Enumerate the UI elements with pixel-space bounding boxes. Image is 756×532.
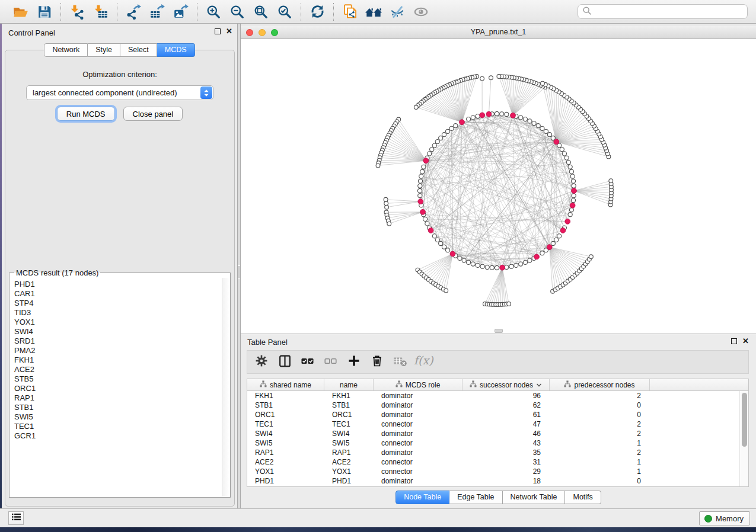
table-cell: 2 <box>550 419 650 429</box>
export-network-button[interactable] <box>124 3 143 21</box>
tab-motifs[interactable]: Motifs <box>565 491 601 504</box>
search-input[interactable] <box>595 7 743 16</box>
import-table-button[interactable] <box>91 3 110 21</box>
add-column-icon <box>347 354 361 370</box>
export-image-button[interactable] <box>171 3 190 21</box>
open-file-button[interactable] <box>11 3 30 21</box>
show-all-button[interactable] <box>412 3 430 21</box>
mcds-result-item[interactable]: STP4 <box>14 299 221 308</box>
list-icon <box>11 512 21 524</box>
table-row[interactable]: RAP1RAP1dominator352 <box>247 448 739 457</box>
mcds-result-item[interactable]: GCR1 <box>14 431 221 441</box>
table-cell: SWI4 <box>247 429 324 438</box>
first-neighbors-button[interactable] <box>364 3 383 21</box>
column-header-successor-nodes[interactable]: successor nodes <box>462 379 550 390</box>
network-window-titlebar[interactable]: YPA_prune.txt_1 <box>241 26 756 39</box>
delete-column-button[interactable] <box>368 352 387 371</box>
close-table-panel-icon[interactable]: ✕ <box>742 338 749 345</box>
mcds-result-item[interactable]: SRD1 <box>14 336 221 346</box>
mcds-result-item[interactable]: TID3 <box>14 308 221 318</box>
mcds-result-item[interactable]: SWI4 <box>14 327 221 336</box>
column-header-name[interactable]: name <box>324 379 374 390</box>
tab-select[interactable]: Select <box>120 43 157 57</box>
run-mcds-button[interactable]: Run MCDS <box>57 107 115 121</box>
column-header-predecessor-nodes[interactable]: predecessor nodes <box>550 379 650 390</box>
column-header-MCDS-role[interactable]: MCDS role <box>374 379 462 390</box>
table-row[interactable]: SWI4SWI4dominator462 <box>247 429 739 438</box>
table-cell: STB1 <box>324 400 374 410</box>
table-row[interactable]: STB1STB1dominator620 <box>247 400 739 410</box>
save-session-icon <box>37 4 52 20</box>
mcds-result-item[interactable]: TEC1 <box>14 422 221 431</box>
mcds-result-item[interactable]: PHD1 <box>14 280 221 289</box>
minimize-window-icon[interactable] <box>259 29 266 36</box>
task-history-button[interactable] <box>8 511 24 525</box>
tab-network-table[interactable]: Network Table <box>503 491 566 504</box>
mcds-result-item[interactable]: CAR1 <box>14 289 221 299</box>
mcds-result-group: MCDS result (17 nodes) PHD1CAR1STP4TID3Y… <box>9 268 231 498</box>
memory-button[interactable]: Memory <box>699 511 750 525</box>
zoom-out-button[interactable] <box>228 3 247 21</box>
table-cell: ACE2 <box>324 457 374 467</box>
mcds-result-item[interactable]: ORC1 <box>14 384 221 393</box>
duplicate-network-button[interactable] <box>340 3 359 21</box>
table-row[interactable]: TEC1TEC1connector472 <box>247 419 739 429</box>
zoom-fit-button[interactable] <box>251 3 270 21</box>
zoom-in-button[interactable] <box>204 3 223 21</box>
table-row[interactable]: YOX1YOX1connector291 <box>247 467 739 476</box>
tab-node-table[interactable]: Node Table <box>395 491 449 504</box>
mcds-result-item[interactable]: PMA2 <box>14 346 221 355</box>
mcds-result-item[interactable]: YOX1 <box>14 318 221 327</box>
close-panel-button[interactable]: Close panel <box>123 107 183 121</box>
hide-selected-button[interactable] <box>388 3 407 21</box>
tab-mcds[interactable]: MCDS <box>157 43 195 57</box>
network-canvas[interactable] <box>241 39 756 334</box>
mcds-result-item[interactable]: ACE2 <box>14 365 221 374</box>
mcds-result-item[interactable]: FKH1 <box>14 355 221 365</box>
select-all-button[interactable] <box>298 352 317 371</box>
table-row[interactable]: ORC1ORC1dominator610 <box>247 410 739 419</box>
float-table-panel-icon[interactable] <box>731 338 737 344</box>
duplicate-network-icon <box>342 4 358 20</box>
table-cell: 46 <box>462 429 550 438</box>
column-header-shared-name[interactable]: shared name <box>247 379 324 390</box>
columns-button[interactable] <box>275 352 294 371</box>
network-window: YPA_prune.txt_1 <box>241 24 756 334</box>
maximize-window-icon[interactable] <box>271 29 278 36</box>
zoom-selected-button[interactable] <box>275 3 294 21</box>
deselect-all-button[interactable] <box>321 352 340 371</box>
tree-icon <box>564 380 571 389</box>
splitter-grip[interactable] <box>238 265 240 278</box>
close-panel-icon[interactable]: ✕ <box>226 28 232 35</box>
tab-network[interactable]: Network <box>44 43 88 57</box>
table-scrollbar-thumb[interactable] <box>742 393 747 447</box>
optimization-criterion-select[interactable]: largest connected component (undirected) <box>26 85 213 100</box>
add-column-button[interactable] <box>344 352 363 371</box>
table-row[interactable]: ACE2ACE2connector311 <box>247 457 739 467</box>
tab-edge-table[interactable]: Edge Table <box>449 491 502 504</box>
save-session-button[interactable] <box>35 3 54 21</box>
table-scrollbar[interactable] <box>739 391 748 486</box>
mcds-result-item[interactable]: STB5 <box>14 374 221 384</box>
table-cell: 0 <box>550 410 650 419</box>
export-table-button[interactable] <box>148 3 167 21</box>
table-row[interactable]: FKH1FKH1dominator962 <box>247 391 739 400</box>
mcds-list-scrollbar[interactable] <box>222 278 229 496</box>
table-row[interactable]: PHD1PHD1dominator180 <box>247 476 739 486</box>
import-network-button[interactable] <box>68 3 87 21</box>
mcds-result-item[interactable]: SWI5 <box>14 412 221 422</box>
tab-style[interactable]: Style <box>88 43 120 57</box>
refresh-button[interactable] <box>308 3 327 21</box>
export-table-icon <box>149 4 165 20</box>
search-field[interactable] <box>578 4 748 19</box>
gear-button[interactable] <box>252 352 271 371</box>
table-cell: 96 <box>462 391 550 400</box>
float-panel-icon[interactable] <box>215 28 221 34</box>
mcds-result-item[interactable]: STB1 <box>14 403 221 412</box>
network-splitter-grip[interactable] <box>495 329 503 333</box>
close-window-icon[interactable] <box>246 29 253 36</box>
table-cell: 1 <box>550 438 650 448</box>
table-row[interactable]: SWI5SWI5connector431 <box>247 438 739 448</box>
mcds-result-item[interactable]: RAP1 <box>14 393 221 403</box>
deselect-all-icon <box>323 354 339 370</box>
